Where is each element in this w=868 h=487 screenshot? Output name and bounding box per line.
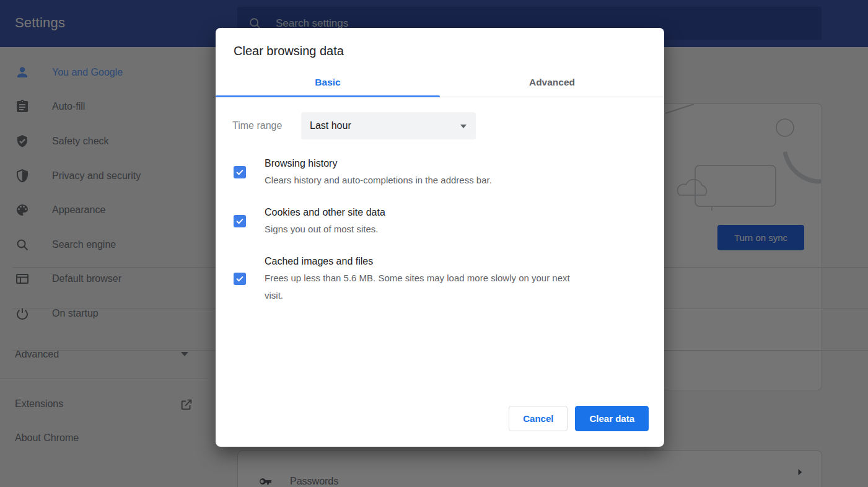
checkbox-description: Signs you out of most sites.	[265, 221, 385, 238]
checkbox-row-browsing-history: Browsing history Clears history and auto…	[234, 156, 492, 189]
checkbox-description: Clears history and auto-completions in t…	[265, 172, 492, 189]
checkbox-label: Cached images and files	[265, 253, 584, 270]
cached-images-checkbox[interactable]	[234, 273, 246, 285]
clear-data-button[interactable]: Clear data	[575, 406, 649, 431]
checkbox-row-cookies: Cookies and other site data Signs you ou…	[234, 204, 385, 238]
time-range-select[interactable]: Last hour	[301, 112, 476, 139]
cookies-checkbox[interactable]	[234, 215, 246, 227]
checkbox-label: Cookies and other site data	[265, 204, 385, 221]
dialog-title: Clear browsing data	[234, 44, 344, 58]
check-icon	[235, 217, 244, 226]
checkbox-row-cached-images: Cached images and files Frees up less th…	[234, 253, 584, 304]
time-range-value: Last hour	[310, 120, 351, 131]
time-range-row: Time range Last hour	[232, 112, 476, 139]
tab-basic[interactable]: Basic	[216, 68, 440, 97]
dialog-actions: Cancel Clear data	[509, 406, 649, 431]
tab-advanced[interactable]: Advanced	[440, 68, 664, 97]
checkbox-description: Frees up less than 5.6 MB. Some sites ma…	[265, 270, 584, 304]
dialog-tabs: Basic Advanced	[216, 68, 664, 97]
clear-browsing-data-dialog: Clear browsing data Basic Advanced Time …	[216, 28, 664, 447]
time-range-label: Time range	[232, 120, 292, 131]
checkbox-label: Browsing history	[265, 156, 492, 172]
check-icon	[235, 274, 244, 283]
select-caret-icon	[460, 125, 467, 128]
browsing-history-checkbox[interactable]	[234, 166, 246, 178]
cancel-button[interactable]: Cancel	[509, 406, 568, 431]
check-icon	[235, 168, 244, 177]
